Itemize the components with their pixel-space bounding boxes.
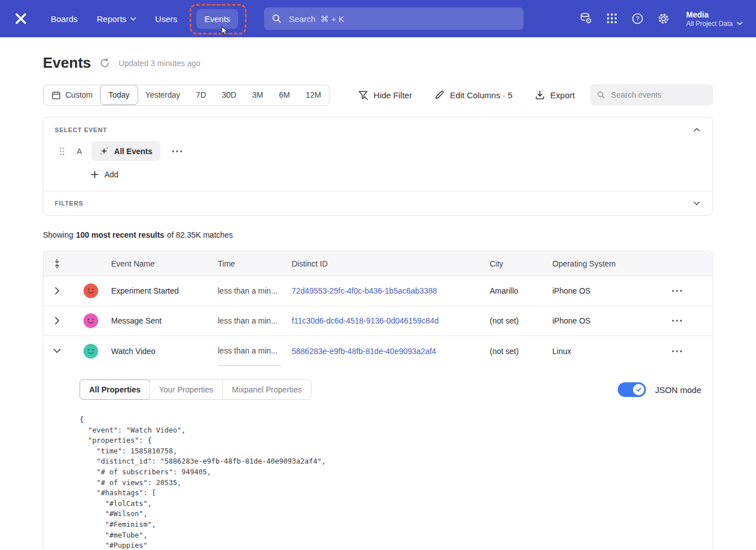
emoji-face-icon: [83, 313, 98, 328]
column-header-os[interactable]: Operating System: [552, 259, 655, 268]
column-header-city[interactable]: City: [490, 259, 552, 268]
navbar-right: ? Media All Project Data: [579, 10, 742, 28]
ellipsis-icon: [672, 350, 682, 352]
expand-all-button[interactable]: [43, 259, 71, 269]
export-button[interactable]: Export: [535, 90, 574, 100]
project-name: Media: [686, 10, 733, 20]
date-today-button[interactable]: Today: [100, 85, 138, 105]
edit-columns-button[interactable]: Edit Columns · 5: [434, 90, 512, 100]
ellipsis-icon: [172, 150, 182, 152]
time-cell: less than a min...: [218, 286, 292, 295]
distinct-id-link[interactable]: f11c30d6-dc6d-4518-9136-0d046159c84d: [292, 316, 439, 325]
global-search[interactable]: [264, 7, 524, 30]
toggle-knob: [633, 384, 644, 395]
chevron-right-icon: [55, 317, 60, 325]
time-cell: less than a min...: [218, 316, 292, 325]
project-switcher[interactable]: Media All Project Data: [686, 10, 742, 28]
page-title: Events: [43, 54, 91, 72]
nav-users[interactable]: Users: [155, 14, 177, 24]
settings-gear-icon[interactable]: [657, 12, 670, 25]
mixpanel-logo[interactable]: [14, 11, 28, 26]
os-cell: Linux: [552, 347, 655, 356]
nav-reports-label: Reports: [97, 14, 127, 24]
distinct-id-link[interactable]: 5886283e-e9fb-48fb-81de-40e9093a2af4: [292, 347, 436, 356]
top-navbar: Boards Reports Users Events: [0, 0, 756, 37]
row-expand-button[interactable]: [43, 276, 71, 305]
table-row: Watch Video less than a min... 5886283e-…: [43, 336, 713, 366]
date-3m-button[interactable]: 3M: [244, 85, 271, 104]
event-chip-label: All Events: [114, 147, 152, 156]
drag-handle-icon[interactable]: [59, 147, 65, 156]
date-custom-label: Custom: [65, 90, 93, 99]
tab-all-properties[interactable]: All Properties: [80, 379, 150, 400]
row-overflow-menu-button[interactable]: [670, 348, 684, 355]
ellipsis-icon: [672, 290, 682, 292]
column-header-distinct-id[interactable]: Distinct ID: [292, 259, 490, 268]
tab-your-properties[interactable]: Your Properties: [150, 380, 222, 399]
help-icon[interactable]: ?: [631, 12, 644, 25]
nav-users-label: Users: [155, 14, 177, 24]
time-cell: less than a min...: [218, 346, 278, 355]
os-cell: iPhone OS: [552, 316, 655, 325]
add-event-button[interactable]: Add: [91, 170, 118, 179]
tab-mixpanel-properties[interactable]: Mixpanel Properties: [222, 380, 311, 399]
search-events-input[interactable]: [610, 90, 706, 100]
nav-reports[interactable]: Reports: [97, 14, 137, 24]
search-icon: [597, 90, 605, 99]
hide-filter-label: Hide Filter: [373, 90, 412, 100]
event-overflow-menu-button[interactable]: [170, 148, 184, 155]
date-30d-button[interactable]: 30D: [214, 85, 244, 104]
row-overflow-menu-button[interactable]: [670, 317, 684, 324]
results-count: 100 most recent results: [76, 230, 164, 239]
filters-label: FILTERS: [55, 200, 83, 207]
expand-filters-button[interactable]: [692, 200, 701, 207]
project-subtitle: All Project Data: [686, 20, 733, 28]
nav-events[interactable]: Events: [196, 9, 238, 29]
date-12m-button[interactable]: 12M: [298, 85, 329, 104]
collapse-section-button[interactable]: [692, 126, 701, 133]
row-expand-button[interactable]: [43, 306, 71, 335]
nav-boards[interactable]: Boards: [51, 14, 78, 24]
emoji-face-icon: [83, 283, 98, 298]
event-avatar: [83, 283, 98, 298]
os-cell: iPhone OS: [552, 286, 655, 295]
query-builder-card: SELECT EVENT A: [43, 117, 713, 216]
results-summary: Showing 100 most recent results of 82.35…: [43, 230, 713, 239]
distinct-id-link[interactable]: 72d49553-25fc-4f0c-b436-1b5ac6ab3388: [292, 286, 437, 295]
row-overflow-menu-button[interactable]: [670, 287, 684, 294]
pencil-icon: [434, 90, 445, 100]
export-label: Export: [550, 90, 574, 100]
nav-boards-label: Boards: [51, 14, 78, 24]
row-collapse-button[interactable]: [43, 336, 71, 366]
emoji-face-icon: [83, 344, 98, 359]
apps-grid-icon[interactable]: [605, 12, 618, 25]
json-mode-label: JSON mode: [655, 385, 701, 395]
hide-filter-button[interactable]: Hide Filter: [358, 90, 412, 101]
global-search-input[interactable]: [288, 14, 516, 24]
event-json-code: { "event": "Watch Video", "properties": …: [80, 414, 701, 550]
edit-columns-label: Edit Columns · 5: [450, 90, 512, 100]
add-button-label: Add: [104, 170, 118, 179]
json-mode-toggle[interactable]: [618, 382, 646, 397]
column-header-event-name[interactable]: Event Name: [111, 259, 218, 268]
updated-status: Updated 3 minutes ago: [118, 59, 200, 68]
main-nav: Boards Reports Users Events: [51, 9, 238, 29]
date-6m-button[interactable]: 6M: [271, 85, 297, 104]
event-name-cell: Watch Video: [111, 347, 218, 356]
event-step-row: A All Events: [59, 141, 701, 161]
refresh-button[interactable]: [99, 58, 110, 68]
event-selector-chip[interactable]: All Events: [91, 141, 160, 161]
search-icon: [272, 14, 282, 24]
chevron-down-icon: [53, 348, 61, 353]
search-events-box[interactable]: [590, 84, 713, 106]
chevron-down-icon: [737, 21, 742, 25]
date-custom-button[interactable]: Custom: [43, 85, 100, 105]
ellipsis-icon: [672, 320, 682, 322]
data-management-icon[interactable]: [579, 12, 592, 25]
event-name-cell: Experiment Started: [111, 286, 218, 295]
date-yesterday-button[interactable]: Yesterday: [138, 85, 188, 104]
calendar-icon: [51, 90, 61, 100]
results-suffix: of 82.35K matches: [167, 230, 233, 239]
column-header-time[interactable]: Time: [218, 259, 292, 268]
date-7d-button[interactable]: 7D: [188, 85, 214, 104]
